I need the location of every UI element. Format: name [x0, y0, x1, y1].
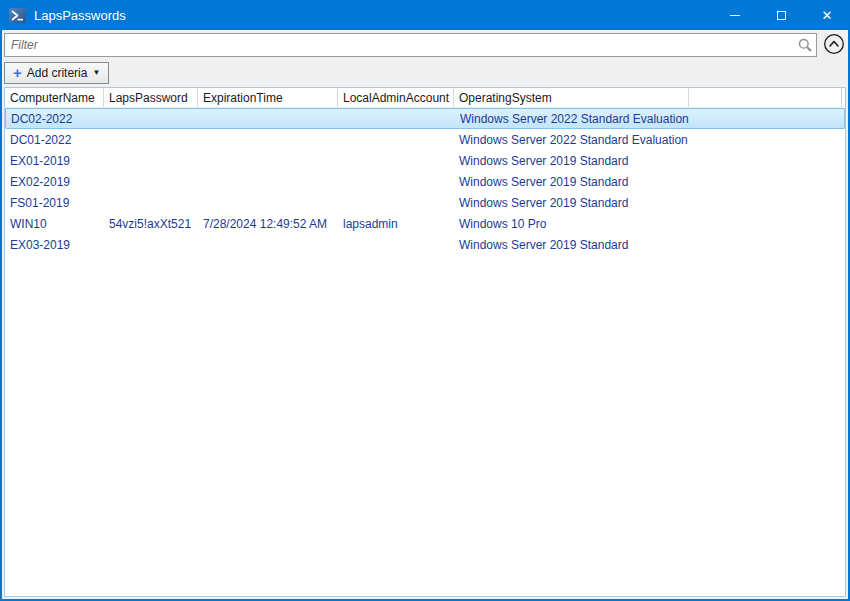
add-criteria-button[interactable]: + Add criteria ▼ [4, 62, 109, 84]
cell-operatingsystem: Windows Server 2019 Standard [454, 171, 689, 192]
grid-body: DC02-2022 Windows Server 2022 Standard E… [5, 108, 845, 255]
column-header-expirationtime[interactable]: ExpirationTime [198, 88, 338, 107]
cell-operatingsystem: Windows Server 2019 Standard [454, 150, 689, 171]
collapse-criteria-button[interactable] [821, 33, 846, 58]
cell-localadminaccount [338, 192, 454, 213]
window-controls: ✕ [712, 0, 850, 30]
cell-operatingsystem: Windows Server 2022 Standard Evaluation [454, 129, 689, 150]
window-title: LapsPasswords [34, 8, 126, 23]
cell-lapspassword [104, 171, 198, 192]
cell-operatingsystem: Windows 10 Pro [454, 213, 689, 234]
cell-localadminaccount: lapsadmin [338, 213, 454, 234]
maximize-button[interactable] [758, 0, 804, 30]
cell-localadminaccount [339, 109, 455, 128]
filter-row [2, 30, 848, 57]
cell-localadminaccount [338, 234, 454, 255]
cell-localadminaccount [338, 129, 454, 150]
cell-computername: EX03-2019 [5, 234, 104, 255]
cell-expirationtime [198, 171, 338, 192]
column-header-computername[interactable]: ComputerName [5, 88, 104, 107]
cell-expirationtime [198, 129, 338, 150]
filter-input[interactable] [5, 34, 792, 56]
cell-operatingsystem: Windows Server 2019 Standard [454, 192, 689, 213]
cell-operatingsystem: Windows Server 2019 Standard [454, 234, 689, 255]
cell-expirationtime [198, 192, 338, 213]
cell-localadminaccount [338, 171, 454, 192]
table-row[interactable]: WIN10 54vzi5!axXt521 7/28/2024 12:49:52 … [5, 213, 845, 234]
filter-box [4, 33, 817, 57]
results-grid: ComputerName LapsPassword ExpirationTime… [4, 87, 846, 597]
criteria-row: + Add criteria ▼ [2, 57, 848, 84]
table-row[interactable]: EX03-2019 Windows Server 2019 Standard [5, 234, 845, 255]
cell-computername: EX02-2019 [5, 171, 104, 192]
minimize-button[interactable] [712, 0, 758, 30]
column-header-localadminaccount[interactable]: LocalAdminAccount [338, 88, 454, 107]
cell-expirationtime [199, 109, 339, 128]
plus-icon: + [13, 67, 22, 79]
cell-expirationtime [198, 150, 338, 171]
close-icon: ✕ [822, 9, 833, 22]
table-row[interactable]: EX01-2019 Windows Server 2019 Standard [5, 150, 845, 171]
cell-computername: FS01-2019 [5, 192, 104, 213]
cell-computername: DC02-2022 [6, 109, 105, 128]
cell-localadminaccount [338, 150, 454, 171]
column-header-operatingsystem[interactable]: OperatingSystem [454, 88, 689, 107]
minimize-icon [730, 15, 740, 16]
cell-lapspassword [104, 129, 198, 150]
cell-lapspassword [105, 109, 199, 128]
cell-lapspassword [104, 234, 198, 255]
search-icon [797, 37, 813, 53]
cell-expirationtime: 7/28/2024 12:49:52 AM [198, 213, 338, 234]
titlebar[interactable]: LapsPasswords ✕ [0, 0, 850, 30]
table-row[interactable]: EX02-2019 Windows Server 2019 Standard [5, 171, 845, 192]
table-row[interactable]: FS01-2019 Windows Server 2019 Standard [5, 192, 845, 213]
column-header-filler [689, 88, 842, 107]
cell-lapspassword: 54vzi5!axXt521 [104, 213, 198, 234]
cell-computername: WIN10 [5, 213, 104, 234]
close-button[interactable]: ✕ [804, 0, 850, 30]
out-gridview-window: LapsPasswords ✕ [0, 0, 850, 601]
maximize-icon [777, 11, 786, 20]
grid-header: ComputerName LapsPassword ExpirationTime… [5, 88, 845, 108]
table-row[interactable]: DC01-2022 Windows Server 2022 Standard E… [5, 129, 845, 150]
chevron-up-circle-icon [822, 32, 846, 59]
column-header-lapspassword[interactable]: LapsPassword [104, 88, 198, 107]
powershell-icon [9, 8, 26, 23]
table-row[interactable]: DC02-2022 Windows Server 2022 Standard E… [5, 108, 845, 129]
cell-computername: EX01-2019 [5, 150, 104, 171]
cell-computername: DC01-2022 [5, 129, 104, 150]
add-criteria-label: Add criteria [27, 66, 88, 80]
caret-down-icon: ▼ [92, 69, 100, 77]
cell-operatingsystem: Windows Server 2022 Standard Evaluation [455, 109, 690, 128]
cell-lapspassword [104, 150, 198, 171]
cell-lapspassword [104, 192, 198, 213]
cell-expirationtime [198, 234, 338, 255]
